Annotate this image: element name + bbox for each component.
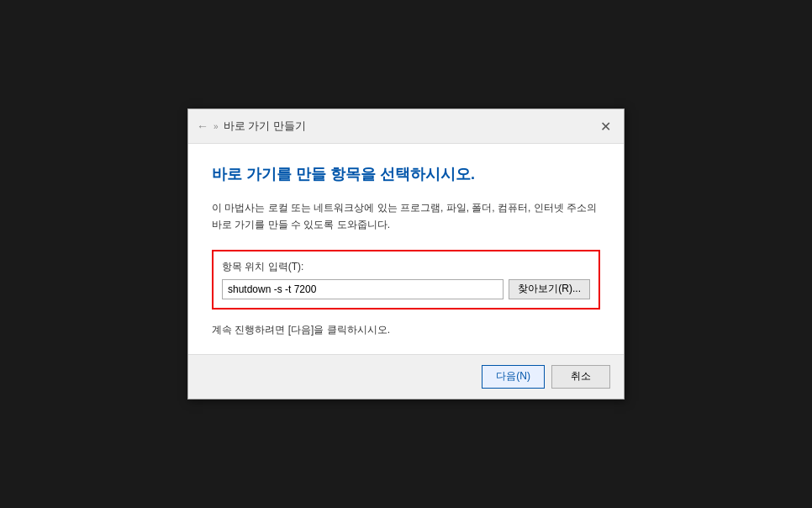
location-input[interactable] — [222, 279, 504, 299]
dialog-body: 바로 가기를 만들 항목을 선택하시시오. 이 마법사는 로컬 또는 네트워크상… — [188, 144, 624, 354]
create-shortcut-dialog: ← » 바로 가기 만들기 ✕ 바로 가기를 만들 항목을 선택하시시오. 이 … — [187, 108, 625, 400]
continue-hint: 계속 진행하려면 [다음]을 클릭하시시오. — [212, 323, 600, 337]
browse-button[interactable]: 찾아보기(R)... — [509, 279, 590, 299]
back-arrow-icon[interactable]: ← — [197, 119, 208, 133]
dialog-heading: 바로 가기를 만들 항목을 선택하시시오. — [212, 164, 600, 185]
close-button[interactable]: ✕ — [595, 116, 615, 136]
dialog-footer: 다음(N) 취소 — [188, 354, 624, 399]
input-section: 항목 위치 입력(T): 찾아보기(R)... — [212, 250, 600, 310]
breadcrumb-separator: » — [214, 122, 219, 131]
title-bar: ← » 바로 가기 만들기 ✕ — [188, 109, 624, 144]
cancel-button[interactable]: 취소 — [551, 365, 610, 389]
dialog-title: 바로 가기 만들기 — [224, 119, 306, 134]
input-row: 찾아보기(R)... — [222, 279, 590, 299]
input-label: 항목 위치 입력(T): — [222, 260, 590, 274]
next-button[interactable]: 다음(N) — [482, 365, 545, 389]
title-bar-left: ← » 바로 가기 만들기 — [197, 119, 306, 134]
dialog-description: 이 마법사는 로컬 또는 네트워크상에 있는 프로그램, 파일, 폴더, 컴퓨터… — [212, 200, 600, 232]
